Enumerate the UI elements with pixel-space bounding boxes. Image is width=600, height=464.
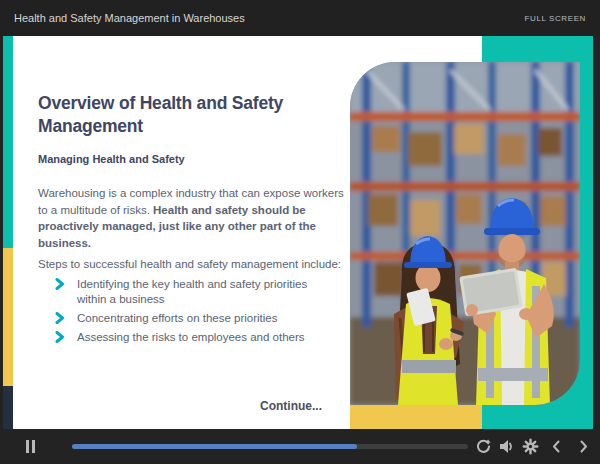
chevron-right-icon (55, 278, 65, 290)
list-item: Concentrating efforts on these prioritie… (55, 311, 339, 326)
replay-button[interactable] (475, 438, 492, 455)
left-accent-teal (3, 36, 13, 248)
left-accent-navy (3, 386, 13, 429)
course-title: Health and Safety Management in Warehous… (14, 12, 245, 24)
bottom-yellow-block (350, 405, 482, 429)
pause-button[interactable] (26, 440, 36, 453)
bullet-list: Identifying the key health and safety pr… (55, 277, 335, 349)
list-item: Identifying the key health and safety pr… (55, 277, 339, 307)
player-bar (0, 429, 600, 464)
warehouse-workers-photo (350, 62, 580, 405)
list-intro: Steps to successful health and safety ma… (38, 258, 350, 270)
previous-slide-button[interactable] (548, 438, 565, 455)
continue-prompt[interactable]: Continue... (231, 399, 351, 413)
fullscreen-button[interactable]: FULL SCREEN (525, 14, 586, 23)
settings-gear-icon[interactable] (522, 438, 539, 455)
volume-button[interactable] (498, 438, 515, 455)
list-item-text: Identifying the key health and safety pr… (77, 278, 307, 305)
list-item-text: Concentrating efforts on these prioritie… (77, 312, 278, 324)
list-item-text: Assessing the risks to employees and oth… (77, 331, 305, 343)
slide-paragraph: Warehousing is a complex industry that c… (38, 185, 350, 251)
chevron-right-icon (55, 331, 65, 343)
slide-stage: Overview of Health and Safety Management… (3, 36, 593, 429)
next-slide-button[interactable] (575, 438, 592, 455)
course-title-bar: Health and Safety Management in Warehous… (0, 0, 600, 36)
slide-subtitle: Managing Health and Safety (38, 153, 343, 165)
seekbar[interactable] (72, 444, 468, 449)
left-accent-yellow (3, 248, 13, 386)
list-item: Assessing the risks to employees and oth… (55, 330, 339, 345)
chevron-right-icon (55, 312, 65, 324)
seekbar-fill (72, 444, 357, 449)
slide-title: Overview of Health and Safety Management (38, 92, 343, 138)
